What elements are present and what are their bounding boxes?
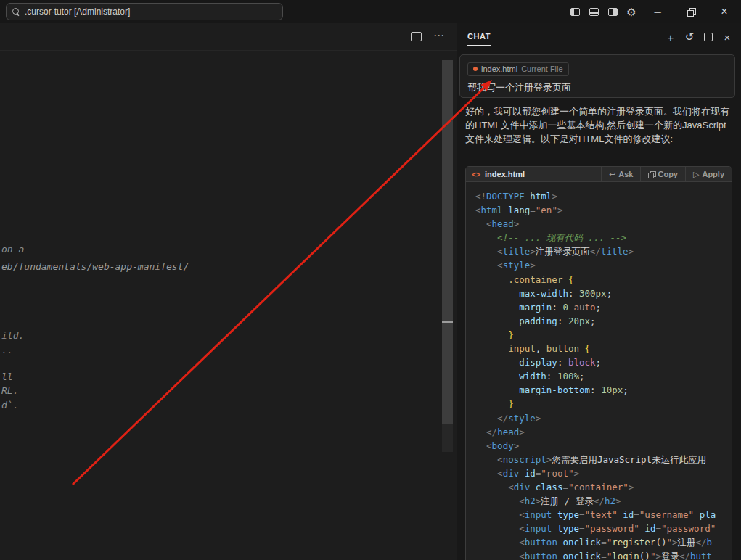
code-line: </style> (475, 411, 732, 425)
code-line: input, button { (475, 342, 732, 355)
code-filename: index.html (485, 170, 525, 178)
fragment-text: .. (1, 345, 13, 355)
tab-chat[interactable]: CHAT (467, 32, 491, 46)
code-content[interactable]: <!DOCTYPE html><html lang="en"> <head> <… (466, 182, 732, 560)
toggle-sidebar-left-icon[interactable] (565, 0, 584, 23)
code-line: } (475, 397, 732, 411)
split-editor-icon[interactable] (411, 32, 422, 41)
code-line: width: 100%; (475, 369, 732, 383)
editor-scrollbar-marker (442, 321, 453, 323)
code-file-icon: <> (472, 170, 480, 178)
code-line: </head> (475, 425, 732, 439)
fragment-text: ild. (1, 330, 24, 341)
code-line: display: block; (475, 355, 732, 369)
minimize-button[interactable]: ─ (641, 0, 674, 23)
code-line: } (475, 328, 732, 342)
editor-toolbar: ⋯ (0, 23, 457, 51)
code-line: <style> (475, 258, 732, 272)
history-icon[interactable]: ↺ (681, 29, 697, 45)
code-line: margin: 0 auto; (475, 300, 732, 314)
restore-button[interactable] (674, 0, 708, 23)
code-line: <body> (475, 439, 732, 453)
code-line: <div class="container"> (475, 480, 732, 494)
code-line: .container { (475, 273, 732, 287)
code-line: <div id="root"> (475, 466, 732, 480)
file-dot-icon (473, 67, 478, 71)
ask-icon: ↩ (609, 170, 615, 179)
code-line: <html lang="en"> (475, 203, 732, 217)
fragment-link[interactable]: eb/fundamentals/web-app-manifest/ (1, 261, 189, 272)
command-center-search[interactable]: .cursor-tutor [Administrator] (6, 3, 283, 20)
settings-gear-icon[interactable]: ⚙ (622, 0, 641, 23)
copy-icon (648, 171, 655, 178)
title-bar: .cursor-tutor [Administrator] ⚙ ─ × (0, 0, 741, 23)
close-panel-icon[interactable]: × (719, 29, 735, 45)
chip-filename: index.html (481, 65, 517, 73)
fragment-text: d`. (1, 400, 18, 411)
new-chat-icon[interactable]: + (663, 29, 679, 45)
code-line: <head> (475, 217, 732, 231)
code-line: margin-bottom: 10px; (475, 383, 732, 397)
fragment-text: RL. (1, 385, 18, 396)
code-block-header: <> index.html ↩ Ask Copy ▷ Apply (466, 167, 732, 182)
code-block: <> index.html ↩ Ask Copy ▷ Apply <!DOCTY… (465, 166, 732, 560)
apply-button[interactable]: ▷ Apply (685, 167, 732, 181)
editor-area: ⋯ on aeb/fundamentals/web-app-manifest/i… (0, 23, 457, 560)
code-line: <input type="password" id="password" (475, 522, 732, 535)
more-actions-icon[interactable]: ⋯ (433, 29, 445, 42)
toggle-sidebar-right-icon[interactable] (603, 0, 622, 23)
window-controls: ⚙ ─ × (565, 0, 741, 23)
toggle-panel-bottom-icon[interactable] (584, 0, 603, 23)
fragment-text: on a (1, 244, 24, 255)
code-line: <button onclick="login()">登录</butt (475, 549, 732, 560)
assistant-message: 好的，我可以帮您创建一个简单的注册登录页面。我们将在现有的HTML文件中添加一些… (465, 104, 735, 146)
code-line: max-width: 300px; (475, 287, 732, 300)
code-line: <!-- ... 现有代码 ... --> (475, 231, 732, 244)
user-message: 帮我写一个注册登录页面 (467, 81, 727, 94)
search-value: .cursor-tutor [Administrator] (25, 7, 130, 17)
chip-label: Current File (521, 65, 562, 73)
close-button[interactable]: × (708, 0, 741, 23)
code-line: <button onclick="register()">注册</b (475, 535, 732, 549)
ask-button[interactable]: ↩ Ask (601, 167, 640, 181)
code-line: <h2>注册 / 登录</h2> (475, 494, 732, 508)
expand-frame-icon[interactable] (700, 29, 716, 45)
apply-icon: ▷ (693, 170, 699, 179)
chat-panel-header: CHAT + ↺ × (457, 23, 741, 49)
editor-scrollbar-thumb[interactable] (442, 60, 453, 424)
code-line: padding: 20px; (475, 314, 732, 328)
code-line: <input type="text" id="username" pla (475, 508, 732, 522)
search-icon (12, 8, 20, 15)
fragment-text: ll (1, 371, 13, 382)
code-line: <!DOCTYPE html> (475, 189, 732, 203)
code-line: <title>注册登录页面</title> (475, 244, 732, 258)
context-file-chip[interactable]: index.html Current File (467, 62, 569, 76)
chat-panel: CHAT + ↺ × index.html Current File 帮我写一个… (457, 23, 741, 560)
code-line: <noscript>您需要启用JavaScript来运行此应用 (475, 453, 732, 466)
chat-input-card[interactable]: index.html Current File 帮我写一个注册登录页面 (459, 54, 735, 98)
editor-scrollbar[interactable] (442, 60, 453, 452)
copy-button[interactable]: Copy (640, 167, 685, 181)
